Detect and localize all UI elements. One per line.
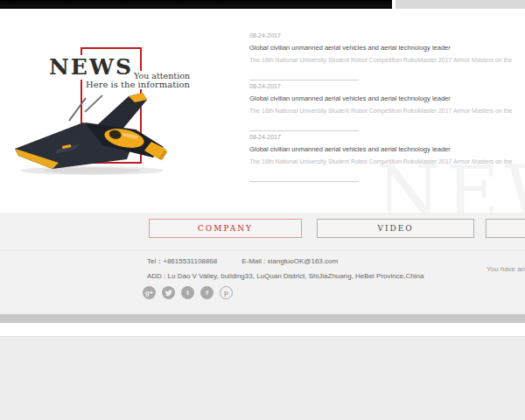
email-label: E-Mail :	[242, 257, 265, 265]
news-item-date: 08-24-2017	[249, 133, 525, 142]
white-separator-band	[0, 323, 525, 336]
news-item-title[interactable]: Global civilian unmanned aerial vehicles…	[249, 94, 525, 103]
news-list-item[interactable]: 08-24-2017 Global civilian unmanned aeri…	[249, 133, 525, 178]
social-icons-row: g+ t f p	[143, 286, 233, 299]
news-list-item[interactable]: 08-24-2017 Global civilian unmanned aeri…	[249, 32, 525, 77]
partial-tab-button[interactable]	[486, 219, 525, 238]
footer-aside-text: You have an	[486, 265, 525, 273]
footer-divider	[0, 250, 525, 251]
twitter-icon[interactable]	[162, 286, 175, 299]
email-address[interactable]: xiangtuoOK@163.com	[268, 257, 339, 265]
video-tab-button[interactable]: VIDEO	[317, 219, 474, 238]
news-item-date: 08-24-2017	[249, 32, 525, 40]
news-item-title[interactable]: Global civilian unmanned aerial vehicles…	[249, 145, 525, 154]
news-item-title[interactable]: Global civilian unmanned aerial vehicles…	[249, 44, 525, 52]
top-bar-right-segment	[396, 0, 525, 9]
news-item-excerpt: The 16th National University Student Rob…	[249, 158, 525, 166]
news-tagline-information: Here is the information	[83, 80, 192, 89]
news-section: NEWS	[0, 9, 525, 213]
bottom-area	[0, 336, 525, 420]
news-item-date: 08-24-2017	[249, 82, 525, 91]
contact-tel-email-line: Tel：+8615531108868E-Mail : xiangtuoOK@16…	[147, 256, 338, 266]
address-value: Lu Dao V Valley, building33, LuQuan Dist…	[168, 272, 424, 280]
drone-image	[4, 84, 184, 178]
gray-separator-band	[0, 314, 525, 323]
company-tab-button[interactable]: COMPANY	[149, 219, 302, 238]
news-item-divider	[249, 80, 359, 80]
tel-label: Tel：	[147, 257, 163, 265]
news-list-item[interactable]: 08-24-2017 Global civilian unmanned aeri…	[249, 82, 525, 128]
news-item-excerpt: The 16th National University Student Rob…	[249, 107, 525, 116]
tumblr-icon[interactable]: t	[181, 286, 194, 299]
address-label: ADD :	[147, 272, 165, 280]
pinterest-icon[interactable]: p	[220, 286, 233, 299]
contact-address-line: ADD : Lu Dao V Valley, building33, LuQua…	[147, 272, 424, 280]
news-item-divider	[249, 130, 359, 131]
facebook-icon[interactable]: f	[200, 286, 214, 299]
news-item-excerpt: The 16th National University Student Rob…	[249, 56, 525, 65]
google-plus-icon[interactable]: g+	[143, 286, 156, 299]
news-section-title: NEWS	[46, 55, 136, 80]
top-nav-bar	[0, 0, 392, 9]
news-item-divider	[249, 181, 359, 182]
tel-number: +8615531108868	[163, 257, 217, 265]
